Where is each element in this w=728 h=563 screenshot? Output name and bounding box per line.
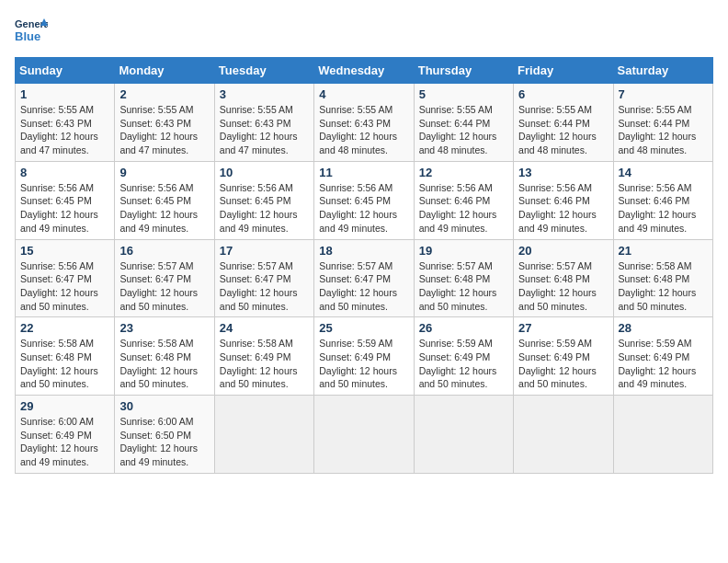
day-number: 29 (20, 399, 109, 413)
calendar-day-cell: 20 Sunrise: 5:57 AMSunset: 6:48 PMDaylig… (514, 239, 613, 317)
day-number: 21 (619, 244, 708, 258)
day-number: 26 (419, 321, 508, 335)
calendar-day-cell: 9 Sunrise: 5:56 AMSunset: 6:45 PMDayligh… (115, 161, 214, 239)
calendar-week-row: 1 Sunrise: 5:55 AMSunset: 6:43 PMDayligh… (16, 84, 713, 162)
day-detail: Sunrise: 5:55 AMSunset: 6:43 PMDaylight:… (20, 104, 98, 155)
day-number: 3 (220, 87, 309, 101)
calendar-day-cell: 1 Sunrise: 5:55 AMSunset: 6:43 PMDayligh… (16, 84, 115, 162)
day-detail: Sunrise: 6:00 AMSunset: 6:49 PMDaylight:… (20, 416, 98, 467)
day-detail: Sunrise: 5:56 AMSunset: 6:45 PMDaylight:… (319, 182, 397, 234)
day-detail: Sunrise: 5:56 AMSunset: 6:45 PMDaylight:… (220, 182, 298, 234)
day-number: 19 (419, 244, 508, 258)
weekday-header: Thursday (414, 58, 513, 84)
calendar-day-cell: 15 Sunrise: 5:56 AMSunset: 6:47 PMDaylig… (16, 239, 115, 317)
day-detail: Sunrise: 5:57 AMSunset: 6:48 PMDaylight:… (419, 260, 497, 312)
calendar-day-cell: 11 Sunrise: 5:56 AMSunset: 6:45 PMDaylig… (314, 161, 414, 239)
day-number: 11 (319, 166, 408, 179)
day-number: 20 (518, 244, 608, 258)
calendar-body: 1 Sunrise: 5:55 AMSunset: 6:43 PMDayligh… (16, 84, 713, 474)
calendar-day-cell: 10 Sunrise: 5:56 AMSunset: 6:45 PMDaylig… (214, 161, 313, 239)
calendar-day-cell (214, 396, 313, 474)
day-number: 13 (518, 166, 608, 179)
calendar-week-row: 29 Sunrise: 6:00 AMSunset: 6:49 PMDaylig… (16, 396, 713, 474)
day-number: 9 (119, 166, 209, 179)
day-number: 5 (419, 87, 508, 101)
day-detail: Sunrise: 5:55 AMSunset: 6:43 PMDaylight:… (220, 104, 298, 155)
day-detail: Sunrise: 5:58 AMSunset: 6:48 PMDaylight:… (20, 338, 98, 389)
calendar-day-cell: 8 Sunrise: 5:56 AMSunset: 6:45 PMDayligh… (16, 161, 115, 239)
calendar-day-cell: 27 Sunrise: 5:59 AMSunset: 6:49 PMDaylig… (514, 317, 613, 396)
day-detail: Sunrise: 5:57 AMSunset: 6:47 PMDaylight:… (319, 260, 397, 312)
day-detail: Sunrise: 5:55 AMSunset: 6:44 PMDaylight:… (419, 104, 497, 155)
calendar-day-cell: 2 Sunrise: 5:55 AMSunset: 6:43 PMDayligh… (115, 84, 214, 162)
day-detail: Sunrise: 5:57 AMSunset: 6:48 PMDaylight:… (518, 260, 597, 312)
calendar-day-cell: 13 Sunrise: 5:56 AMSunset: 6:46 PMDaylig… (514, 161, 613, 239)
day-detail: Sunrise: 5:56 AMSunset: 6:46 PMDaylight:… (419, 182, 497, 234)
day-number: 7 (619, 87, 708, 101)
calendar-day-cell: 29 Sunrise: 6:00 AMSunset: 6:49 PMDaylig… (16, 396, 115, 474)
day-number: 2 (119, 87, 209, 101)
calendar-day-cell (314, 396, 414, 474)
day-detail: Sunrise: 5:56 AMSunset: 6:47 PMDaylight:… (20, 260, 98, 312)
calendar-day-cell (414, 396, 513, 474)
calendar-week-row: 15 Sunrise: 5:56 AMSunset: 6:47 PMDaylig… (16, 239, 713, 317)
day-detail: Sunrise: 5:58 AMSunset: 6:49 PMDaylight:… (220, 338, 298, 389)
day-detail: Sunrise: 5:59 AMSunset: 6:49 PMDaylight:… (518, 338, 597, 389)
day-number: 22 (20, 321, 109, 335)
day-detail: Sunrise: 5:55 AMSunset: 6:43 PMDaylight:… (319, 104, 397, 155)
weekday-header: Sunday (16, 58, 115, 84)
day-detail: Sunrise: 5:58 AMSunset: 6:48 PMDaylight:… (619, 260, 697, 312)
calendar-day-cell: 26 Sunrise: 5:59 AMSunset: 6:49 PMDaylig… (414, 317, 513, 396)
calendar-day-cell: 21 Sunrise: 5:58 AMSunset: 6:48 PMDaylig… (613, 239, 712, 317)
calendar-day-cell: 28 Sunrise: 5:59 AMSunset: 6:49 PMDaylig… (613, 317, 712, 396)
weekday-header: Friday (514, 58, 613, 84)
day-number: 14 (619, 166, 708, 179)
weekday-header: Monday (115, 58, 214, 84)
day-detail: Sunrise: 5:55 AMSunset: 6:44 PMDaylight:… (518, 104, 597, 155)
calendar-day-cell: 14 Sunrise: 5:56 AMSunset: 6:46 PMDaylig… (613, 161, 712, 239)
calendar-week-row: 22 Sunrise: 5:58 AMSunset: 6:48 PMDaylig… (16, 317, 713, 396)
svg-text:Blue: Blue (15, 29, 40, 43)
calendar-day-cell (613, 396, 712, 474)
weekday-header: Wednesday (314, 58, 414, 84)
day-number: 12 (419, 166, 508, 179)
day-number: 1 (20, 87, 109, 101)
day-number: 16 (119, 244, 209, 258)
day-number: 15 (20, 244, 109, 258)
day-detail: Sunrise: 5:55 AMSunset: 6:43 PMDaylight:… (119, 104, 198, 155)
weekday-header: Saturday (613, 58, 712, 84)
day-detail: Sunrise: 5:56 AMSunset: 6:46 PMDaylight:… (518, 182, 597, 234)
calendar-table: SundayMondayTuesdayWednesdayThursdayFrid… (15, 57, 713, 474)
calendar-day-cell: 17 Sunrise: 5:57 AMSunset: 6:47 PMDaylig… (214, 239, 313, 317)
calendar-header: SundayMondayTuesdayWednesdayThursdayFrid… (16, 58, 713, 84)
day-number: 30 (119, 399, 209, 413)
day-detail: Sunrise: 6:00 AMSunset: 6:50 PMDaylight:… (119, 416, 198, 467)
day-number: 8 (20, 166, 109, 179)
calendar-day-cell: 25 Sunrise: 5:59 AMSunset: 6:49 PMDaylig… (314, 317, 414, 396)
logo-graphic: General Blue (15, 15, 48, 48)
day-detail: Sunrise: 5:56 AMSunset: 6:45 PMDaylight:… (20, 182, 98, 234)
day-detail: Sunrise: 5:58 AMSunset: 6:48 PMDaylight:… (119, 338, 198, 389)
day-number: 25 (319, 321, 408, 335)
day-number: 4 (319, 87, 408, 101)
day-detail: Sunrise: 5:56 AMSunset: 6:45 PMDaylight:… (119, 182, 198, 234)
day-number: 27 (518, 321, 608, 335)
calendar-day-cell: 7 Sunrise: 5:55 AMSunset: 6:44 PMDayligh… (613, 84, 712, 162)
day-number: 6 (518, 87, 608, 101)
calendar-week-row: 8 Sunrise: 5:56 AMSunset: 6:45 PMDayligh… (16, 161, 713, 239)
day-detail: Sunrise: 5:59 AMSunset: 6:49 PMDaylight:… (619, 338, 697, 389)
calendar-day-cell: 24 Sunrise: 5:58 AMSunset: 6:49 PMDaylig… (214, 317, 313, 396)
day-number: 18 (319, 244, 408, 258)
day-detail: Sunrise: 5:56 AMSunset: 6:46 PMDaylight:… (619, 182, 697, 234)
calendar-day-cell: 3 Sunrise: 5:55 AMSunset: 6:43 PMDayligh… (214, 84, 313, 162)
day-detail: Sunrise: 5:57 AMSunset: 6:47 PMDaylight:… (119, 260, 198, 312)
weekday-header: Tuesday (214, 58, 313, 84)
calendar-day-cell: 18 Sunrise: 5:57 AMSunset: 6:47 PMDaylig… (314, 239, 414, 317)
calendar-day-cell: 5 Sunrise: 5:55 AMSunset: 6:44 PMDayligh… (414, 84, 513, 162)
calendar-day-cell: 12 Sunrise: 5:56 AMSunset: 6:46 PMDaylig… (414, 161, 513, 239)
day-number: 23 (119, 321, 209, 335)
day-detail: Sunrise: 5:59 AMSunset: 6:49 PMDaylight:… (319, 338, 397, 389)
day-detail: Sunrise: 5:59 AMSunset: 6:49 PMDaylight:… (419, 338, 497, 389)
day-number: 17 (220, 244, 309, 258)
calendar-day-cell: 6 Sunrise: 5:55 AMSunset: 6:44 PMDayligh… (514, 84, 613, 162)
